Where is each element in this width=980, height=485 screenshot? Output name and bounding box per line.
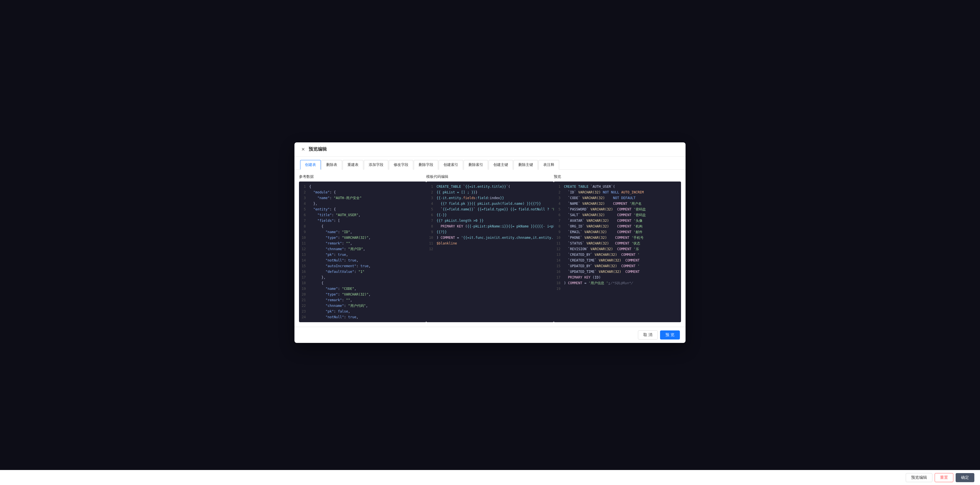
bottom-bar: 预览编辑 重置 确定 bbox=[0, 470, 980, 485]
table-row: 7 `AVATAR` VARCHAR(32) COMMENT '头像 bbox=[554, 218, 681, 223]
table-row: 16 "defaultValue": "1" bbox=[299, 269, 426, 274]
table-row: 2 `ID` VARCHAR(32) NOT NULL AUTO_INCREM bbox=[554, 190, 681, 195]
reset-button[interactable]: 重置 bbox=[935, 473, 953, 482]
template-code-scroll[interactable]: 1CREATE_TABLE `{{=it.entity.title}}`( 2{… bbox=[426, 182, 554, 322]
table-row: 9{{?}} bbox=[426, 229, 554, 235]
tab-table-comment[interactable]: 表注释 bbox=[538, 160, 559, 170]
table-row: 19 "name": "CODE", bbox=[299, 286, 426, 292]
table-row: 2 "module": { bbox=[299, 190, 426, 195]
reference-panel: 参考数据 1{ 2 "module": { 3 "name": "AUTH-用户… bbox=[299, 174, 426, 322]
table-row: 5 "entity": { bbox=[299, 206, 426, 212]
table-row: 8 PRIMARY KEY ({{-pkList:pkName:i}}{{= p… bbox=[426, 223, 554, 229]
modal-header: ✕ 预览编辑 bbox=[294, 142, 686, 156]
preview-code-area[interactable]: 1CREATE TABLE `AUTH_USER`( 2 `ID` VARCHA… bbox=[554, 182, 681, 322]
table-row: 14 `CREATED_TIME` VARCHAR(32) COMMENT bbox=[554, 257, 681, 263]
table-row: 2{{ pkList = [] ; }}} bbox=[426, 190, 554, 195]
tab-create-table[interactable]: 创建表 bbox=[300, 160, 321, 170]
table-row: 12 "chnname": "用户ID", bbox=[299, 246, 426, 252]
table-row: 13 `CREATED_BY` VARCHAR(32) COMMENT ' bbox=[554, 252, 681, 257]
table-row: 6{{-}} bbox=[426, 212, 554, 218]
table-row: 4 `NAME` VARCHAR(32) COMMENT '用户名 bbox=[554, 201, 681, 206]
table-row: 17 }, bbox=[299, 274, 426, 280]
table-row: 23 "pk": false, bbox=[299, 309, 426, 314]
table-row: 1{ bbox=[299, 184, 426, 190]
table-row: 11 `STATUS` VARCHAR(32) COMMENT '状态 bbox=[554, 241, 681, 246]
table-row: 5 `{{=field.name}}` {{=field.type}} {{= … bbox=[426, 206, 554, 212]
table-row: 13 "pk": true, bbox=[299, 252, 426, 257]
table-row: 10 `PHONE` VARCHAR(32) COMMENT '手机号 bbox=[554, 235, 681, 241]
table-row: 4 {{? field.pk }}{{ pkList.push(field.na… bbox=[426, 201, 554, 206]
tab-delete-index[interactable]: 删除索引 bbox=[464, 160, 488, 170]
close-button[interactable]: ✕ bbox=[300, 146, 306, 152]
template-code-area[interactable]: 1CREATE_TABLE `{{=it.entity.title}}`( 2{… bbox=[426, 182, 554, 322]
modal-overlay: ✕ 预览编辑 创建表 删除表 重建表 添加字段 修改字段 删除字段 创建索引 删… bbox=[0, 0, 980, 485]
table-row: 11 "remark": "", bbox=[299, 241, 426, 246]
table-row: 19 bbox=[554, 286, 681, 292]
table-row: 6 `SALT` VARCHAR(32) COMMENT '密码盐 bbox=[554, 212, 681, 218]
cancel-button[interactable]: 取 消 bbox=[638, 330, 658, 340]
tab-delete-pk[interactable]: 删除主键 bbox=[514, 160, 538, 170]
table-row: 18 { bbox=[299, 280, 426, 286]
table-row: 3 "name": "AUTH-用户安全" bbox=[299, 195, 426, 201]
table-row: 21 "remark": "", bbox=[299, 297, 426, 303]
preview-edit-button[interactable]: 预览编辑 bbox=[906, 473, 932, 482]
table-row: 16 `UPDATED_TIME` VARCHAR(32) COMMENT bbox=[554, 269, 681, 274]
table-row: 9 "name": "ID", bbox=[299, 229, 426, 235]
table-row: 22 "chnname": "用户代码", bbox=[299, 303, 426, 309]
table-row: 7{{? pkList.length >0 }} bbox=[426, 218, 554, 223]
preview-panel: 预览 1CREATE TABLE `AUTH_USER`( 2 `ID` VAR… bbox=[554, 174, 681, 322]
table-row: 6 "title": "AUTH_USER", bbox=[299, 212, 426, 218]
tab-create-index[interactable]: 创建索引 bbox=[439, 160, 463, 170]
table-row: 4 }, bbox=[299, 201, 426, 206]
preview-code-scroll[interactable]: 1CREATE TABLE `AUTH_USER`( 2 `ID` VARCHA… bbox=[554, 182, 681, 322]
table-row: 20 "type": "VARCHAR(32)", bbox=[299, 292, 426, 297]
table-row: 3{{-it.entity.fields:field:index}} bbox=[426, 195, 554, 201]
table-row: 12 bbox=[426, 246, 554, 252]
tabs-bar: 创建表 删除表 重建表 添加字段 修改字段 删除字段 创建索引 删除索引 创建主… bbox=[294, 156, 686, 170]
table-row: 8 `ORG_ID` VARCHAR(32) COMMENT '机构 bbox=[554, 223, 681, 229]
confirm-button[interactable]: 确定 bbox=[956, 473, 974, 482]
table-row: 1CREATE TABLE `AUTH_USER`( bbox=[554, 184, 681, 190]
table-row: 15 `UPDATED_BY` VARCHAR(32) COMMENT ' bbox=[554, 263, 681, 269]
reference-label: 参考数据 bbox=[299, 174, 426, 179]
tab-create-pk[interactable]: 创建主键 bbox=[488, 160, 513, 170]
modal-footer: 取 消 预 览 bbox=[294, 327, 686, 343]
preview-button[interactable]: 预 览 bbox=[660, 330, 680, 340]
tab-modify-field[interactable]: 修改字段 bbox=[389, 160, 413, 170]
template-label: 模板代码编辑 bbox=[426, 174, 554, 179]
modal-body: 参考数据 1{ 2 "module": { 3 "name": "AUTH-用户… bbox=[294, 170, 686, 327]
reference-code-scroll[interactable]: 1{ 2 "module": { 3 "name": "AUTH-用户安全" 4… bbox=[299, 182, 426, 322]
table-row: 11$blankline bbox=[426, 241, 554, 246]
tab-add-field[interactable]: 添加字段 bbox=[364, 160, 388, 170]
table-row: 15 "autoIncrement": true, bbox=[299, 263, 426, 269]
table-row: 9 `EMAIL` VARCHAR(32) COMMENT '邮件 bbox=[554, 229, 681, 235]
modal: ✕ 预览编辑 创建表 删除表 重建表 添加字段 修改字段 删除字段 创建索引 删… bbox=[294, 142, 686, 343]
template-panel: 模板代码编辑 1CREATE_TABLE `{{=it.entity.title… bbox=[426, 174, 554, 322]
preview-label: 预览 bbox=[554, 174, 681, 179]
table-row: 10 "type": "VARCHAR(32)", bbox=[299, 235, 426, 241]
table-row: 24 "notNull": true, bbox=[299, 314, 426, 320]
table-row: 10) COMMENT = '{{=it.func.join(it.entity… bbox=[426, 235, 554, 241]
table-row: 7 "fields": [ bbox=[299, 218, 426, 223]
table-row: 8 { bbox=[299, 223, 426, 229]
table-row: 14 "notNull": true, bbox=[299, 257, 426, 263]
table-row: 17 PRIMARY KEY (ID) bbox=[554, 274, 681, 280]
tab-delete-field[interactable]: 删除字段 bbox=[414, 160, 438, 170]
table-row: 12 `REVISION` VARCHAR(32) COMMENT '乐 bbox=[554, 246, 681, 252]
table-row: 1CREATE_TABLE `{{=it.entity.title}}`( bbox=[426, 184, 554, 190]
modal-title: 预览编辑 bbox=[309, 146, 327, 152]
reference-code-area[interactable]: 1{ 2 "module": { 3 "name": "AUTH-用户安全" 4… bbox=[299, 182, 426, 322]
table-row: 5 `PASSWORD` VARCHAR(32) COMMENT '密码盐 bbox=[554, 206, 681, 212]
table-row: 18) COMMENT = '用户信息 ';/*SQL@Run*/ bbox=[554, 280, 681, 286]
table-row: 3 `CODE` VARCHAR(32) NOT DEFAULT bbox=[554, 195, 681, 201]
tab-delete-table[interactable]: 删除表 bbox=[321, 160, 342, 170]
tab-rebuild-table[interactable]: 重建表 bbox=[343, 160, 363, 170]
